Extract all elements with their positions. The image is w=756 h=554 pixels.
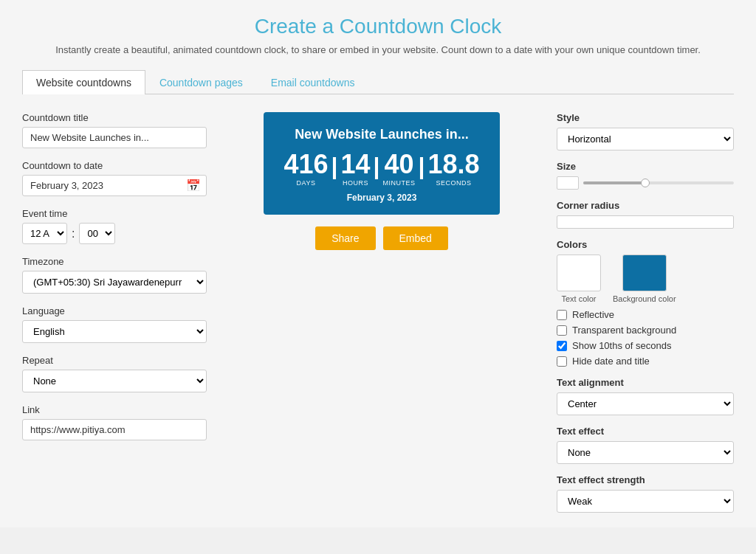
bg-color-swatch[interactable] [622,255,667,291]
show-10ths-checkbox[interactable] [557,341,567,351]
countdown-preview: New Website Launches in... 416 DAYS | 14… [264,112,500,215]
text-color-label: Text color [561,294,596,303]
preview-buttons: Share Embed [315,226,448,250]
timezone-label: Timezone [22,256,207,267]
repeat-select[interactable]: None Daily Weekly Monthly Yearly [22,370,207,392]
time-hour-select[interactable]: 12 A 1 A2 A3 A 4 A5 A6 A 7 A8 A9 A 10 A1… [22,223,67,244]
bg-color-label: Background color [613,294,676,303]
hide-date-checkbox[interactable] [557,356,567,367]
calendar-icon[interactable]: 📅 [186,179,201,193]
countdown-date-wrapper: 📅 [22,175,207,196]
size-slider[interactable] [583,181,734,184]
right-panel: Style Horizontal Vertical Compact Size C… [557,112,734,513]
seconds-label: SECONDS [427,179,479,187]
link-group: Link [22,404,207,440]
hours-label: HOURS [341,179,371,187]
days-unit: 416 DAYS [284,151,328,187]
corner-radius-label: Corner radius [557,200,734,211]
hours-value: 14 [341,151,371,178]
size-box [557,176,579,190]
transparent-bg-label: Transparent background [572,325,676,336]
tab-website-countdowns[interactable]: Website countdowns [22,70,145,94]
seconds-value: 18.8 [427,151,479,178]
sep-3: | [419,151,425,180]
language-group: Language English Spanish French German [22,305,207,343]
sep-2: | [374,151,380,180]
countdown-title-input[interactable] [22,127,207,148]
style-select[interactable]: Horizontal Vertical Compact [557,128,734,150]
event-time-label: Event time [22,208,207,219]
text-alignment-label: Text alignment [557,377,734,388]
link-label: Link [22,404,207,415]
embed-button[interactable]: Embed [383,226,448,250]
reflective-label: Reflective [572,309,614,320]
tab-email-countdowns[interactable]: Email countdowns [257,70,369,94]
colors-row: Text color Background color [557,255,734,303]
size-label: Size [557,161,734,172]
share-button[interactable]: Share [315,226,375,250]
minutes-value: 40 [383,151,416,178]
countdown-title-label: Countdown title [22,112,207,123]
page-subtitle: Instantly create a beautiful, animated c… [22,44,734,55]
corner-radius-slider[interactable] [557,215,734,229]
time-minute-select[interactable]: 00153045 [79,223,115,244]
timezone-group: Timezone (GMT+05:30) Sri Jayawardenepurr [22,256,207,294]
colors-label: Colors [557,239,734,250]
reflective-row: Reflective [557,309,734,320]
days-value: 416 [284,151,328,178]
text-effect-select[interactable]: None Shadow Glow [557,441,734,464]
minutes-unit: 40 MINUTES [383,151,416,187]
minutes-label: MINUTES [383,179,416,187]
hide-date-row: Hide date and title [557,356,734,367]
center-panel: New Website Launches in... 416 DAYS | 14… [221,112,542,250]
language-label: Language [22,305,207,316]
text-alignment-select[interactable]: Center Left Right [557,392,734,415]
time-separator: : [72,227,75,240]
countdown-title-group: Countdown title [22,112,207,148]
text-color-swatch[interactable] [557,255,601,291]
countdown-numbers: 416 DAYS | 14 HOURS | 40 MINUTES | [286,151,478,187]
transparent-bg-row: Transparent background [557,325,734,336]
tab-countdown-pages[interactable]: Countdown pages [145,70,257,94]
size-slider-row [557,176,734,190]
text-effect-strength-select[interactable]: Weak Medium Strong [557,490,734,513]
sep-1: | [331,151,338,180]
text-color-group: Text color [557,255,601,303]
text-effect-label: Text effect [557,426,734,437]
left-panel: Countdown title Countdown to date 📅 Even… [22,112,207,452]
link-input[interactable] [22,419,207,440]
preview-date: February 3, 2023 [286,193,478,203]
timezone-select[interactable]: (GMT+05:30) Sri Jayawardenepurr [22,271,207,294]
size-slider-thumb[interactable] [641,179,650,187]
hide-date-label: Hide date and title [572,356,650,367]
show-10ths-row: Show 10ths of seconds [557,340,734,351]
event-time-group: Event time 12 A 1 A2 A3 A 4 A5 A6 A 7 A8… [22,208,207,244]
countdown-date-group: Countdown to date 📅 [22,160,207,196]
size-slider-fill [583,181,644,184]
language-select[interactable]: English Spanish French German [22,320,207,343]
time-row: 12 A 1 A2 A3 A 4 A5 A6 A 7 A8 A9 A 10 A1… [22,223,207,244]
tab-bar: Website countdowns Countdown pages Email… [22,70,734,94]
page-title: Create a Countdown Clock [22,15,734,38]
hours-unit: 14 HOURS [341,151,371,187]
days-label: DAYS [284,179,328,187]
style-label: Style [557,112,734,123]
bg-color-group: Background color [613,255,676,303]
repeat-label: Repeat [22,355,207,366]
countdown-date-label: Countdown to date [22,160,207,171]
text-effect-strength-label: Text effect strength [557,474,734,485]
countdown-date-input[interactable] [22,175,207,196]
transparent-bg-checkbox[interactable] [557,325,567,336]
seconds-unit: 18.8 SECONDS [427,151,479,187]
reflective-checkbox[interactable] [557,310,567,320]
repeat-group: Repeat None Daily Weekly Monthly Yearly [22,355,207,392]
show-10ths-label: Show 10ths of seconds [572,340,671,351]
preview-title: New Website Launches in... [286,127,478,142]
